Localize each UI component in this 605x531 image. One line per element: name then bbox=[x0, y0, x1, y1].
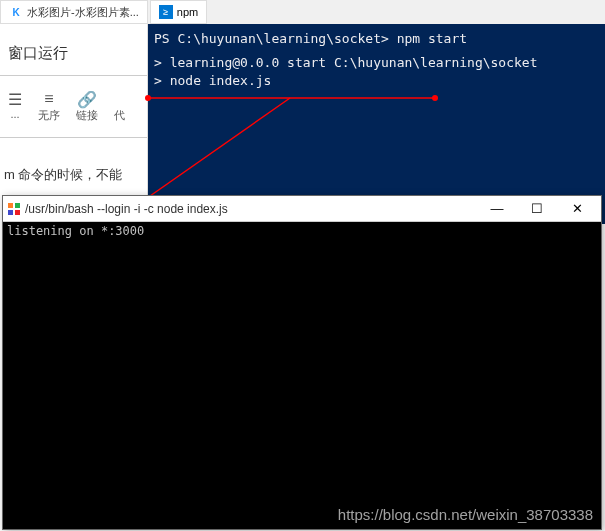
tool-ordered[interactable]: ☰ ... bbox=[0, 88, 30, 125]
ps-prompt-line: PS C:\huyunan\learning\socket> npm start bbox=[154, 30, 599, 48]
panel-title: 窗口运行 bbox=[0, 40, 147, 67]
bash-icon bbox=[7, 202, 21, 216]
bash-output-line: listening on *:3000 bbox=[7, 224, 597, 238]
divider bbox=[0, 137, 147, 138]
minimize-button[interactable]: — bbox=[477, 197, 517, 221]
divider bbox=[0, 75, 147, 76]
watermark: https://blog.csdn.net/weixin_38703338 bbox=[338, 506, 593, 523]
tab-label: npm bbox=[177, 6, 198, 18]
svg-rect-6 bbox=[15, 203, 20, 208]
tool-code[interactable]: 代 bbox=[106, 88, 133, 125]
bash-titlebar[interactable]: /usr/bin/bash --login -i -c node index.j… bbox=[3, 196, 601, 222]
browser-tabs: K 水彩图片-水彩图片素... ≥ npm bbox=[0, 0, 605, 24]
tab-npm[interactable]: ≥ npm bbox=[150, 0, 207, 24]
window-controls: — ☐ ✕ bbox=[477, 197, 597, 221]
svg-rect-7 bbox=[8, 210, 13, 215]
powershell-icon: ≥ bbox=[159, 5, 173, 19]
bash-terminal-window: /usr/bin/bash --login -i -c node index.j… bbox=[2, 195, 602, 530]
formatting-toolbar: ☰ ... ≡ 无序 🔗 链接 代 bbox=[0, 84, 147, 129]
tool-label: 链接 bbox=[76, 108, 98, 123]
ps-output-line: > learning@0.0.0 start C:\huyunan\learni… bbox=[154, 54, 599, 72]
powershell-terminal[interactable]: PS C:\huyunan\learning\socket> npm start… bbox=[148, 24, 605, 224]
editor-left-panel: 窗口运行 ☰ ... ≡ 无序 🔗 链接 代 m 命令的时候，不能 bbox=[0, 24, 148, 224]
ps-output-line: > node index.js bbox=[154, 72, 599, 90]
tool-label: ... bbox=[10, 108, 19, 120]
bash-terminal-body[interactable]: listening on *:3000 bbox=[3, 222, 601, 529]
tool-link[interactable]: 🔗 链接 bbox=[68, 88, 106, 125]
svg-rect-5 bbox=[8, 203, 13, 208]
tab-icon-k: K bbox=[9, 5, 23, 19]
tool-unordered[interactable]: ≡ 无序 bbox=[30, 88, 68, 125]
close-button[interactable]: ✕ bbox=[557, 197, 597, 221]
bash-title-text: /usr/bin/bash --login -i -c node index.j… bbox=[25, 202, 477, 216]
tab-label: 水彩图片-水彩图片素... bbox=[27, 5, 139, 20]
tab-watercolor[interactable]: K 水彩图片-水彩图片素... bbox=[0, 0, 148, 24]
svg-rect-8 bbox=[15, 210, 20, 215]
tool-label: 代 bbox=[114, 108, 125, 123]
tool-label: 无序 bbox=[38, 108, 60, 123]
list-icon: ☰ bbox=[8, 90, 22, 108]
link-icon: 🔗 bbox=[77, 90, 97, 108]
maximize-button[interactable]: ☐ bbox=[517, 197, 557, 221]
bullet-list-icon: ≡ bbox=[44, 90, 53, 108]
